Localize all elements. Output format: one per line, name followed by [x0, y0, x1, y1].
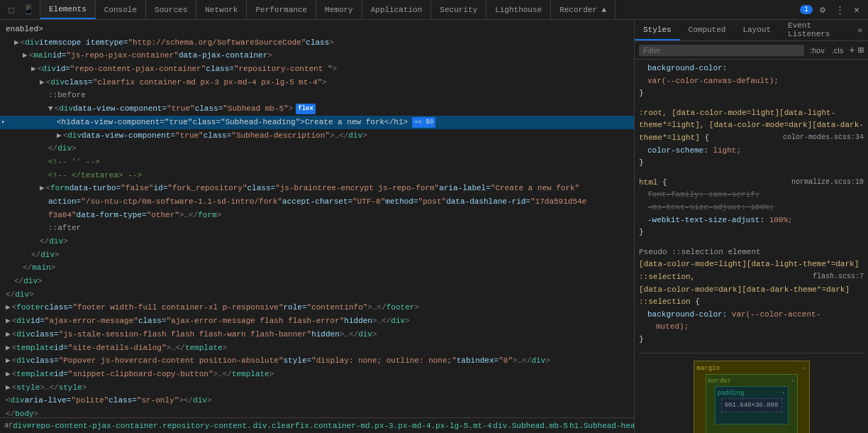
inspect-icon[interactable]: ⬚ [4, 3, 18, 17]
html-line: ▶ <div id="repo-content-pjax-container" … [0, 62, 634, 76]
breadcrumb-item[interactable]: div.clearfix.container-md.px-3.px-md-4.p… [253, 422, 492, 430]
top-bar: ⬚ 📱 Elements Console Sources Network Per… [0, 0, 868, 20]
padding-dash: - [781, 388, 785, 398]
html-line: </div> [0, 235, 634, 248]
styles-options-icon[interactable]: ⊞ [858, 44, 864, 56]
html-line: ▶ <main id="js-repo-pjax-container" data… [0, 49, 634, 62]
css-rule: Pseudo ::selection element [data-color-m… [639, 246, 864, 346]
css-property-line: -ms-text-size-adjust: 100%; [639, 202, 864, 214]
css-source-link[interactable]: color-modes.scss:34 [783, 132, 864, 143]
html-tree[interactable]: enabled> ▶ <div itemscope itemtype="http… [0, 20, 634, 417]
html-line: ▶ <div class="clearfix container-md px-3… [0, 76, 634, 89]
styles-tabs-more[interactable]: » [852, 26, 868, 35]
tab-bar: Elements Console Sources Network Perform… [40, 0, 616, 19]
tab-event-listeners[interactable]: Event Listeners [779, 20, 852, 40]
padding-label: padding [718, 388, 745, 398]
content-dimensions: 601.648×36.008 [725, 400, 779, 410]
html-line: ▶ <div class="Popover js-hovercard-conte… [0, 354, 634, 368]
styles-panel: Styles Computed Layout Event Listeners »… [635, 20, 868, 433]
css-rule: html { normalize.scss:10 font-family: sa… [639, 177, 864, 239]
tab-memory[interactable]: Memory [316, 0, 362, 19]
html-line: ▶ <style>…</style> [0, 381, 634, 395]
html-line: action="/su-ntu-ctp/6m-software-1.1-sd-i… [0, 195, 634, 209]
badge: 1 [800, 5, 813, 14]
box-model-section: margin - border - padding - 601.648×36.0… [639, 353, 864, 433]
css-selector-line: :root, [data-color-mode=light][data-ligh… [639, 107, 864, 145]
html-line-selected[interactable]: <h1 data-view-component="true" class="Su… [0, 116, 634, 129]
box-content: 601.648×36.008 [721, 398, 782, 412]
border-dash: - [791, 376, 794, 386]
css-selector-continuation: [data-color-mode=dark][data-dark-theme*=… [639, 284, 864, 297]
html-line: ▶ <div itemscope itemtype="http://schema… [0, 36, 634, 50]
add-style-btn[interactable]: + [849, 45, 855, 56]
devtools-icons: ⬚ 📱 [0, 0, 40, 19]
styles-content: background-color: var(--color-canvas-def… [635, 60, 868, 433]
topbar-right: 1 ⚙ ⋮ ✕ [796, 3, 868, 17]
css-source-link[interactable]: normalize.scss:10 [791, 177, 864, 188]
html-line: </div> [0, 288, 634, 302]
border-label: border [708, 376, 731, 386]
breadcrumb-item[interactable]: div.Subhead.mb-5 [493, 422, 568, 430]
html-line: </div> [0, 142, 634, 155]
breadcrumb-item[interactable]: div#repo-content-pjax-container.reposito… [13, 422, 252, 430]
html-line: ▶ <div class="js-stale-session-flash fla… [0, 328, 634, 341]
html-line: ▶ <template id="site-details-dialog">…</… [0, 341, 634, 355]
html-line: <!-- '' --> [0, 155, 634, 169]
styles-filter-bar: :hov .cls + ⊞ [635, 41, 868, 60]
filter-buttons: :hov .cls [807, 45, 846, 55]
html-line: ▶ <div id="ajax-error-message" class="aj… [0, 314, 634, 328]
margin-label: margin [697, 363, 720, 373]
tab-security[interactable]: Security [431, 0, 486, 19]
html-line: </main> [0, 261, 634, 275]
html-line: </body> [0, 407, 634, 417]
tab-layout[interactable]: Layout [734, 20, 779, 40]
tab-lighthouse[interactable]: Lighthouse [486, 0, 551, 19]
html-line: ▼ <div data-view-component="true" class=… [0, 102, 634, 116]
settings-icon[interactable]: ⚙ [816, 3, 830, 17]
css-value-continuation: muted); [639, 321, 864, 334]
box-model-outer: margin - border - padding - 601.648×36.0… [694, 361, 810, 433]
margin-dash: - [802, 363, 806, 373]
html-line: ::after [0, 221, 634, 235]
css-property-line: -webkit-text-size-adjust: 100%; [639, 214, 864, 227]
css-property-line: color-scheme: light; [639, 145, 864, 158]
html-line: enabled> [0, 23, 634, 36]
html-line: </div> [0, 275, 634, 288]
html-line: ▶ <form data-turbo="false" id="fork_repo… [0, 182, 634, 195]
close-icon[interactable]: ✕ [850, 3, 864, 17]
tab-console[interactable]: Console [96, 0, 146, 19]
tab-recorder[interactable]: Recorder ▲ [551, 0, 616, 19]
styles-filter-input[interactable] [639, 45, 804, 56]
css-selector-line: [data-color-mode=light][data-light-theme… [639, 258, 864, 283]
more-menu-icon[interactable]: ⋮ [833, 3, 847, 17]
css-selector-line: html { normalize.scss:10 [639, 177, 864, 190]
tab-performance[interactable]: Performance [247, 0, 316, 19]
box-border-layer: border - padding - 601.648×36.008 [706, 374, 798, 433]
css-rule: :root, [data-color-mode=light][data-ligh… [639, 107, 864, 170]
css-property-line: background-color: var(--color-accent- [639, 309, 864, 322]
tab-styles[interactable]: Styles [635, 20, 680, 40]
tab-sources[interactable]: Sources [146, 0, 196, 19]
css-value-line: var(--color-canvas-default); [639, 75, 864, 88]
tab-network[interactable]: Network [196, 0, 247, 19]
html-line: <div aria-live="polite" class="sr-only">… [0, 394, 634, 407]
css-pseudo-header: Pseudo ::selection element [639, 246, 864, 259]
tab-application[interactable]: Application [362, 0, 432, 19]
cls-filter-btn[interactable]: .cls [829, 45, 847, 55]
dollar-zero-badge: == $0 [412, 117, 435, 128]
device-icon[interactable]: 📱 [21, 3, 35, 17]
css-rule: background-color: var(--color-canvas-def… [639, 62, 864, 100]
css-property-line: background-color: [639, 62, 864, 75]
css-source-link[interactable]: flash.scss:7 [813, 271, 864, 283]
html-line: ▶ <div data-view-component="true" class=… [0, 129, 634, 143]
css-selector-continuation: ::selection { [639, 296, 864, 309]
box-padding-layer: padding - 601.648×36.008 [715, 386, 789, 424]
html-line: <!-- </textarea> --> [0, 169, 634, 182]
html-line: f3a04" data-form-type="other">…</form> [0, 209, 634, 222]
tab-computed[interactable]: Computed [680, 20, 735, 40]
main-content: enabled> ▶ <div itemscope itemtype="http… [0, 20, 868, 433]
breadcrumb-item[interactable]: h1.Subhead-heading [569, 422, 634, 430]
tab-elements[interactable]: Elements [40, 0, 96, 19]
hover-filter-btn[interactable]: :hov [807, 45, 828, 55]
line-marker: ▸ [1, 117, 5, 128]
